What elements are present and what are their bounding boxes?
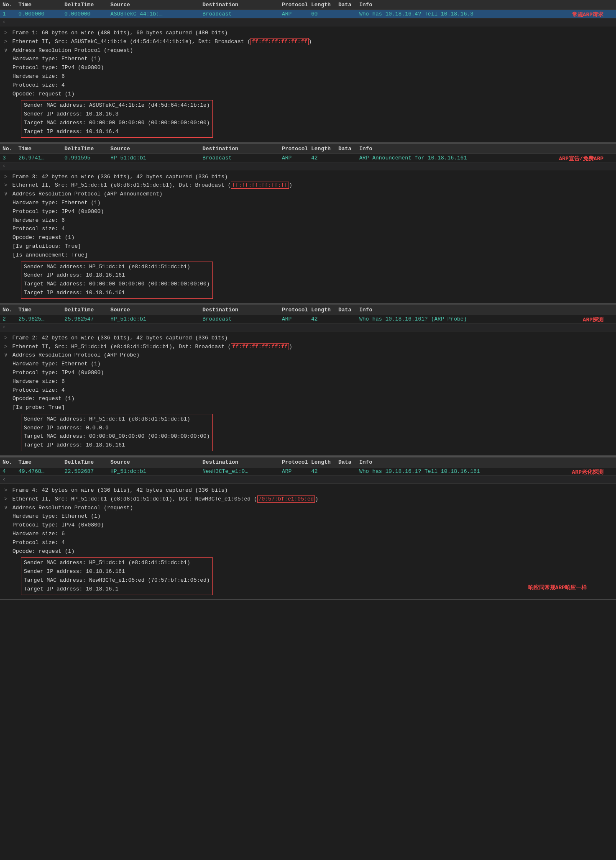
detail-line: Protocol size: 4 bbox=[4, 386, 612, 395]
col-header-time: Time bbox=[17, 459, 63, 465]
expand-arrow[interactable]: > bbox=[4, 335, 11, 341]
expand-arrow[interactable]: ∨ bbox=[4, 352, 11, 358]
expand-arrow[interactable]: > bbox=[4, 174, 11, 180]
col-header-dest: Destination bbox=[201, 459, 280, 465]
section-section2: No. Time DeltaTime Source Destination Pr… bbox=[0, 144, 616, 304]
packet-info: Who has 10.18.16.161? (ARP Probe) ARP探测 bbox=[358, 316, 616, 322]
detail-line: > Ethernet II, Src: HP_51:dc:b1 (e8:d8:d… bbox=[4, 495, 612, 504]
detail-text: Opcode: request (1) bbox=[13, 548, 74, 555]
detail-line: > Frame 3: 42 bytes on wire (336 bits), … bbox=[4, 173, 612, 182]
packet-dest: Broadcast bbox=[201, 316, 280, 322]
detail-panel: > Frame 1: 60 bytes on wire (480 bits), … bbox=[0, 26, 616, 143]
packet-source: HP_51:dc:b1 bbox=[109, 155, 201, 161]
detail-line: Protocol type: IPv4 (0x0800) bbox=[4, 208, 612, 216]
packet-row[interactable]: 4 49.4768… 22.502687 HP_51:dc:b1 NewH3CT… bbox=[0, 467, 616, 476]
collapse-indicator[interactable]: ‹ bbox=[0, 323, 616, 331]
packet-info-text: Who has 10.18.16.4? Tell 10.18.16.3 bbox=[359, 11, 473, 17]
packet-delta: 22.502687 bbox=[63, 468, 109, 475]
detail-text: Hardware size: 6 bbox=[13, 378, 65, 385]
detail-text: Opcode: request (1) bbox=[13, 395, 74, 402]
packet-info-text: ARP Announcement for 10.18.16.161 bbox=[359, 155, 467, 161]
arp-field-line: Target MAC address: 00:00:00_00:00:00 (0… bbox=[24, 432, 210, 441]
expand-arrow[interactable]: > bbox=[4, 182, 11, 188]
detail-text: Protocol size: 4 bbox=[13, 539, 65, 546]
table-header: No. Time DeltaTime Source Destination Pr… bbox=[0, 144, 616, 154]
packet-dest: Broadcast bbox=[201, 155, 280, 161]
packet-proto: ARP bbox=[280, 468, 309, 475]
col-header-source: Source bbox=[109, 146, 201, 152]
col-header-no: No. bbox=[0, 459, 17, 465]
section-annotation: 常规ARP请求 bbox=[572, 11, 603, 18]
packet-length: 42 bbox=[309, 155, 337, 161]
packet-time: 26.9741… bbox=[17, 155, 63, 161]
detail-text: Address Resolution Protocol (ARP Probe) bbox=[13, 352, 140, 358]
expand-arrow[interactable]: ∨ bbox=[4, 47, 11, 54]
arp-field-line: Target MAC address: 00:00:00_00:00:00 (0… bbox=[24, 119, 210, 128]
detail-text: Address Resolution Protocol (request) bbox=[13, 505, 133, 511]
detail-line: Hardware size: 6 bbox=[4, 216, 612, 225]
collapse-indicator[interactable]: ‹ bbox=[0, 162, 616, 170]
col-header-info: Info bbox=[358, 459, 616, 465]
collapse-indicator[interactable]: ‹ bbox=[0, 18, 616, 26]
detail-text: Hardware type: Ethernet (1) bbox=[13, 56, 101, 62]
packet-delta: 0.991595 bbox=[63, 155, 109, 161]
table-header: No. Time DeltaTime Source Destination Pr… bbox=[0, 0, 616, 10]
packet-no: 1 bbox=[0, 11, 17, 17]
packet-row-wrapper: 1 0.000000 0.000000 ASUSTekC_44:1b:… Bro… bbox=[0, 10, 616, 18]
collapse-indicator[interactable]: ‹ bbox=[0, 476, 616, 484]
packet-length: 42 bbox=[309, 316, 337, 322]
packet-info: Who has 10.18.16.1? Tell 10.18.16.161 AR… bbox=[358, 468, 616, 475]
packet-time: 0.000000 bbox=[17, 11, 63, 17]
arp-field-line: Sender IP address: 10.18.16.3 bbox=[24, 110, 210, 119]
arp-field-line: Sender MAC address: ASUSTekC_44:1b:1e (d… bbox=[24, 101, 210, 110]
detail-text: Address Resolution Protocol (request) bbox=[13, 47, 133, 54]
detail-text: Ethernet II, Src: ASUSTekC_44:1b:1e (d4:… bbox=[13, 38, 312, 45]
packet-row[interactable]: 3 26.9741… 0.991595 HP_51:dc:b1 Broadcas… bbox=[0, 154, 616, 162]
packet-dest: NewH3CTe_e1:0… bbox=[201, 468, 280, 475]
expand-arrow[interactable]: > bbox=[4, 496, 11, 502]
detail-line: > Frame 4: 42 bytes on wire (336 bits), … bbox=[4, 486, 612, 495]
detail-text: Ethernet II, Src: HP_51:dc:b1 (e8:d8:d1:… bbox=[13, 343, 292, 350]
packet-source: ASUSTekC_44:1b:… bbox=[109, 11, 201, 17]
col-header-info: Info bbox=[358, 2, 616, 8]
arp-field-line: Target IP address: 10.18.16.1 bbox=[24, 585, 210, 594]
arp-field-line: Sender MAC address: HP_51:dc:b1 (e8:d8:d… bbox=[24, 415, 210, 424]
detail-line: ∨ Address Resolution Protocol (ARP Annou… bbox=[4, 190, 612, 199]
detail-text: Hardware size: 6 bbox=[13, 73, 65, 80]
col-header-proto: Protocol bbox=[280, 2, 309, 8]
expand-arrow[interactable]: > bbox=[4, 487, 11, 493]
detail-text: Hardware size: 6 bbox=[13, 217, 65, 223]
col-header-no: No. bbox=[0, 2, 17, 8]
packet-info: Who has 10.18.16.4? Tell 10.18.16.3 常规AR… bbox=[358, 11, 616, 17]
expand-arrow[interactable]: > bbox=[4, 30, 11, 36]
section-section4: No. Time DeltaTime Source Destination Pr… bbox=[0, 457, 616, 600]
side-annotation: 响应同常规ARP响应一样 bbox=[528, 584, 587, 593]
expand-arrow[interactable]: ∨ bbox=[4, 505, 11, 511]
detail-line: Opcode: request (1) bbox=[4, 234, 612, 242]
mac-highlight: 70:57:bf:e1:05:ed bbox=[257, 495, 315, 503]
packet-row[interactable]: 2 25.9825… 25.982547 HP_51:dc:b1 Broadca… bbox=[0, 315, 616, 323]
detail-line: > Frame 1: 60 bytes on wire (480 bits), … bbox=[4, 29, 612, 38]
detail-text: Frame 4: 42 bytes on wire (336 bits), 42… bbox=[13, 487, 228, 493]
col-header-data: Data bbox=[337, 2, 358, 8]
detail-line: Protocol size: 4 bbox=[4, 81, 612, 90]
arp-field-line: Target IP address: 10.18.16.161 bbox=[24, 289, 210, 298]
col-header-time: Time bbox=[17, 2, 63, 8]
packet-row[interactable]: 1 0.000000 0.000000 ASUSTekC_44:1b:… Bro… bbox=[0, 10, 616, 18]
expand-arrow[interactable]: > bbox=[4, 39, 11, 45]
packet-info: ARP Announcement for 10.18.16.161 ARP宣告/… bbox=[358, 155, 616, 161]
detail-text: Protocol type: IPv4 (0x0800) bbox=[13, 64, 104, 71]
col-header-dest: Destination bbox=[201, 307, 280, 313]
arp-field-line: Sender MAC address: HP_51:dc:b1 (e8:d8:d… bbox=[24, 263, 210, 272]
detail-line: > Ethernet II, Src: HP_51:dc:b1 (e8:d8:d… bbox=[4, 343, 612, 352]
packet-dest: Broadcast bbox=[201, 11, 280, 17]
detail-line: > Ethernet II, Src: HP_51:dc:b1 (e8:d8:d… bbox=[4, 181, 612, 190]
expand-arrow[interactable]: > bbox=[4, 344, 11, 350]
expand-arrow[interactable]: ∨ bbox=[4, 191, 11, 197]
col-header-source: Source bbox=[109, 307, 201, 313]
arp-field-line: Target IP address: 10.18.16.161 bbox=[24, 441, 210, 450]
detail-text: Address Resolution Protocol (ARP Announc… bbox=[13, 191, 163, 197]
packet-no: 3 bbox=[0, 155, 17, 161]
col-header-source: Source bbox=[109, 2, 201, 8]
packet-proto: ARP bbox=[280, 11, 309, 17]
